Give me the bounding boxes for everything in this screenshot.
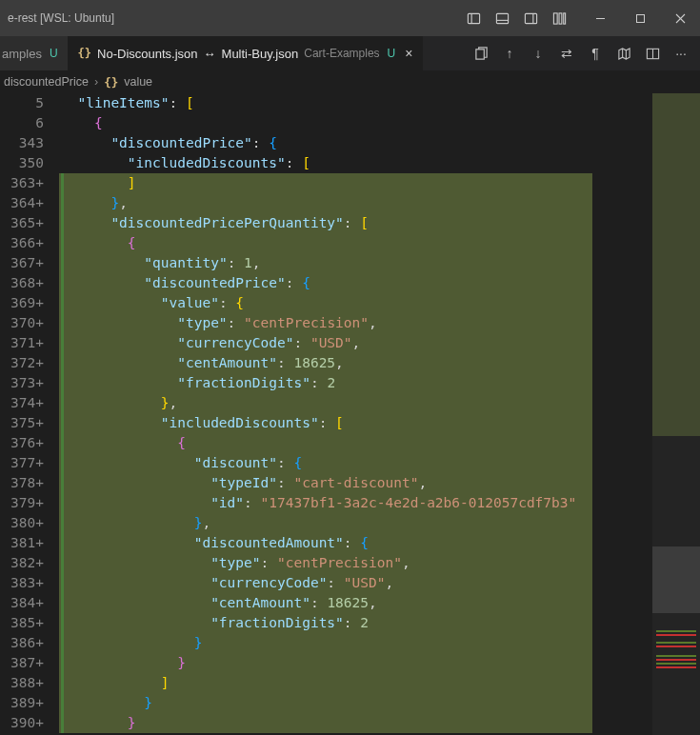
minimap-added-mark xyxy=(656,663,696,665)
code-line[interactable]: }, xyxy=(61,193,700,213)
code-line[interactable]: } xyxy=(61,693,700,713)
breadcrumb-segment[interactable]: value xyxy=(124,75,152,89)
line-number: 5 xyxy=(0,93,44,113)
minimap-added-region xyxy=(652,93,700,436)
minimap-removed-mark xyxy=(656,634,696,636)
code-line[interactable]: "includedDiscounts": [ xyxy=(61,153,700,173)
tab-inactive[interactable]: amples U xyxy=(0,36,69,70)
code-line[interactable]: "currencyCode": "USD", xyxy=(61,573,700,593)
code-line[interactable]: "centAmount": 18625, xyxy=(61,353,700,373)
maximize-button[interactable] xyxy=(620,0,660,36)
line-number: 372+ xyxy=(0,353,44,373)
line-number: 370+ xyxy=(0,313,44,333)
code-line[interactable]: "value": { xyxy=(61,293,700,313)
json-object-icon: {} xyxy=(104,75,118,89)
swap-sides-icon[interactable]: ⇄ xyxy=(553,40,580,67)
code-line[interactable]: "discount": { xyxy=(61,453,700,473)
line-number: 350 xyxy=(0,153,44,173)
close-tab-icon[interactable]: × xyxy=(405,46,412,61)
line-number: 383+ xyxy=(0,573,44,593)
prev-change-arrow-up-icon[interactable]: ↑ xyxy=(496,40,523,67)
code-line[interactable]: } xyxy=(61,633,700,653)
code-line[interactable]: "currencyCode": "USD", xyxy=(61,333,700,353)
code-line[interactable]: ] xyxy=(61,173,700,193)
code-line[interactable]: "includedDiscounts": [ xyxy=(61,413,700,433)
minimize-button[interactable] xyxy=(580,0,620,36)
code-line[interactable]: { xyxy=(61,433,700,453)
toggle-whitespace-icon[interactable]: ¶ xyxy=(582,40,609,67)
minimap-added-mark xyxy=(656,630,696,632)
code-editor[interactable]: 56343350363+364+365+366+367+368+369+370+… xyxy=(0,93,700,735)
line-number: 380+ xyxy=(0,513,44,533)
line-number: 376+ xyxy=(0,433,44,453)
open-changes-icon[interactable] xyxy=(468,40,494,67)
minimap[interactable] xyxy=(652,93,700,735)
layout-panel-bottom-icon[interactable] xyxy=(489,5,515,31)
line-number: 387+ xyxy=(0,653,44,673)
split-editor-icon[interactable] xyxy=(639,40,666,67)
tab-folder: Cart-Examples xyxy=(304,47,379,60)
line-number: 364+ xyxy=(0,193,44,213)
line-number: 388+ xyxy=(0,673,44,693)
minimap-removed-mark xyxy=(656,666,696,668)
code-line[interactable]: ] xyxy=(61,673,700,693)
code-line[interactable]: { xyxy=(61,113,700,133)
code-line[interactable]: "discountedPrice": { xyxy=(61,273,700,293)
code-line[interactable]: } xyxy=(61,713,700,733)
more-actions-icon[interactable]: ··· xyxy=(668,40,694,67)
layout-panel-left-icon[interactable] xyxy=(460,5,487,31)
minimap-added-mark xyxy=(656,655,696,657)
line-number: 368+ xyxy=(0,273,44,293)
code-line[interactable]: "discountedPricePerQuantity": [ xyxy=(61,213,700,233)
svg-rect-6 xyxy=(553,12,557,23)
layout-panel-right-icon[interactable] xyxy=(517,5,544,31)
svg-rect-8 xyxy=(563,12,565,23)
minimap-removed-mark xyxy=(656,646,696,647)
map-icon[interactable] xyxy=(610,40,637,67)
breadcrumb-segment[interactable]: discountedPrice xyxy=(4,75,89,89)
code-line[interactable]: "id": "17437bf1-3a2c-4e2d-a2b6-012057cdf… xyxy=(61,493,700,513)
svg-rect-0 xyxy=(468,13,479,23)
line-number: 343 xyxy=(0,133,44,153)
code-line[interactable]: { xyxy=(61,233,700,253)
code-line[interactable]: }, xyxy=(61,513,700,533)
line-number: 6 xyxy=(0,113,44,133)
line-number: 389+ xyxy=(0,693,44,713)
minimap-added-mark xyxy=(656,642,696,644)
svg-rect-10 xyxy=(636,14,644,22)
tab-file-right: Multi-Buy.json xyxy=(222,47,299,61)
breadcrumb[interactable]: discountedPrice › {} value xyxy=(0,70,700,93)
code-line[interactable]: "type": "centPrecision", xyxy=(61,313,700,333)
line-number: 390+ xyxy=(0,713,44,733)
line-number: 386+ xyxy=(0,633,44,653)
code-line[interactable]: "centAmount": 18625, xyxy=(61,593,700,613)
window-title: e-rest [WSL: Ubuntu] xyxy=(8,11,114,25)
code-line[interactable]: "fractionDigits": 2 xyxy=(61,613,700,633)
editor-action-bar: ↑ ↓ ⇄ ¶ ··· xyxy=(468,36,700,70)
svg-rect-7 xyxy=(559,12,562,23)
code-line[interactable]: } xyxy=(61,653,700,673)
line-number: 369+ xyxy=(0,293,44,313)
line-number: 365+ xyxy=(0,213,44,233)
line-number: 363+ xyxy=(0,173,44,193)
code-line[interactable]: }, xyxy=(61,393,700,413)
tab-active[interactable]: {} No-Discounts.json ↔ Multi-Buy.json Ca… xyxy=(69,36,424,70)
customize-layout-icon[interactable] xyxy=(546,5,572,31)
line-number: 384+ xyxy=(0,593,44,613)
tab-file-left: No-Discounts.json xyxy=(97,47,198,61)
line-number: 385+ xyxy=(0,613,44,633)
code-content[interactable]: "lineItems": [ { "discountedPrice": { "i… xyxy=(57,93,700,735)
code-line[interactable]: "fractionDigits": 2 xyxy=(61,373,700,393)
close-window-button[interactable] xyxy=(660,0,700,36)
code-line[interactable]: "lineItems": [ xyxy=(61,93,700,113)
code-line[interactable]: "discountedAmount": { xyxy=(61,533,700,553)
next-change-arrow-down-icon[interactable]: ↓ xyxy=(525,40,551,67)
line-number: 381+ xyxy=(0,533,44,553)
tab-modified-badge: U xyxy=(388,47,396,60)
minimap-viewport-slider[interactable] xyxy=(652,546,700,613)
code-line[interactable]: "type": "centPrecision", xyxy=(61,553,700,573)
svg-rect-13 xyxy=(475,49,483,58)
code-line[interactable]: "quantity": 1, xyxy=(61,253,700,273)
code-line[interactable]: "discountedPrice": { xyxy=(61,133,700,153)
code-line[interactable]: "typeId": "cart-discount", xyxy=(61,473,700,493)
